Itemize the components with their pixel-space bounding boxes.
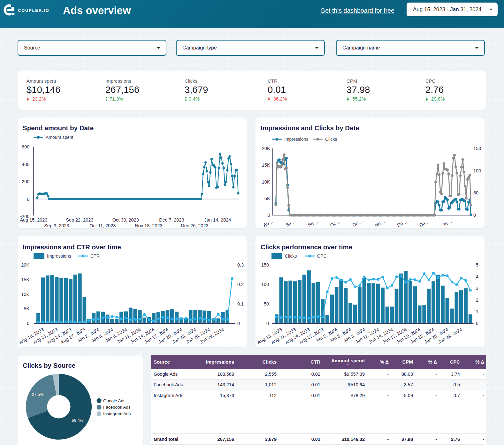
svg-text:Se…: Se… bbox=[285, 219, 296, 228]
svg-text:1: 1 bbox=[476, 309, 478, 314]
svg-text:27.5%: 27.5% bbox=[32, 392, 44, 397]
svg-text:Nov 18, 2023: Nov 18, 2023 bbox=[135, 223, 162, 228]
svg-text:400: 400 bbox=[22, 162, 29, 167]
svg-text:0.2: 0.2 bbox=[237, 282, 244, 287]
svg-text:20K: 20K bbox=[21, 262, 29, 268]
svg-text:5K: 5K bbox=[24, 306, 29, 311]
svg-text:Clicks: Clicks bbox=[325, 137, 337, 142]
svg-text:20K: 20K bbox=[262, 146, 270, 151]
svg-text:200: 200 bbox=[22, 179, 29, 184]
svg-text:Jan 14, 2024: Jan 14, 2024 bbox=[204, 217, 231, 222]
svg-text:0: 0 bbox=[473, 213, 476, 218]
svg-text:No…: No… bbox=[374, 219, 386, 228]
svg-text:5K: 5K bbox=[264, 196, 270, 201]
svg-text:100: 100 bbox=[261, 282, 269, 287]
svg-text:0.3: 0.3 bbox=[237, 262, 244, 268]
svg-text:5: 5 bbox=[476, 262, 478, 268]
svg-text:Facebook Ads: Facebook Ads bbox=[103, 405, 131, 410]
svg-text:0: 0 bbox=[237, 321, 240, 326]
svg-text:Impressions: Impressions bbox=[47, 253, 71, 259]
svg-text:50: 50 bbox=[473, 190, 478, 195]
svg-text:0: 0 bbox=[268, 213, 270, 218]
svg-text:Amount spent: Amount spent bbox=[46, 135, 73, 140]
svg-text:3: 3 bbox=[476, 286, 478, 291]
svg-text:Dec 7, 2023: Dec 7, 2023 bbox=[159, 217, 184, 222]
svg-text:De…: De… bbox=[419, 219, 431, 228]
svg-text:CPC: CPC bbox=[317, 253, 327, 259]
svg-text:Aug 15, 2023: Aug 15, 2023 bbox=[20, 217, 47, 222]
svg-text:CTR: CTR bbox=[90, 253, 100, 259]
svg-text:0.1: 0.1 bbox=[237, 301, 244, 306]
svg-text:150: 150 bbox=[261, 262, 269, 268]
svg-text:Dec 26, 2023: Dec 26, 2023 bbox=[181, 223, 208, 228]
svg-text:Oc…: Oc… bbox=[352, 219, 363, 228]
svg-text:Clicks performance over time: Clicks performance over time bbox=[261, 243, 352, 251]
svg-text:4: 4 bbox=[476, 274, 478, 279]
svg-text:0: 0 bbox=[266, 321, 269, 326]
svg-text:Oct 11, 2023: Oct 11, 2023 bbox=[89, 223, 116, 228]
svg-text:0: 0 bbox=[27, 321, 29, 326]
svg-text:Au…: Au… bbox=[263, 219, 274, 228]
svg-text:0: 0 bbox=[27, 197, 29, 202]
svg-text:Oc…: Oc… bbox=[329, 219, 341, 228]
svg-text:Impressions and CTR over time: Impressions and CTR over time bbox=[23, 243, 121, 251]
svg-text:15K: 15K bbox=[262, 162, 270, 168]
svg-text:69.4%: 69.4% bbox=[72, 418, 84, 423]
svg-text:Impressions: Impressions bbox=[284, 137, 308, 142]
svg-text:10K: 10K bbox=[262, 179, 270, 185]
svg-text:Sep 3, 2023: Sep 3, 2023 bbox=[44, 223, 69, 228]
svg-text:Se…: Se… bbox=[307, 219, 319, 228]
svg-text:15K: 15K bbox=[21, 277, 29, 282]
svg-text:150: 150 bbox=[473, 146, 481, 151]
svg-text:0: 0 bbox=[476, 321, 478, 326]
svg-text:50: 50 bbox=[264, 301, 269, 306]
svg-text:Clicks: Clicks bbox=[285, 253, 297, 259]
svg-text:Oct 30, 2023: Oct 30, 2023 bbox=[112, 217, 139, 222]
svg-text:Google Ads: Google Ads bbox=[103, 398, 126, 403]
svg-text:Spend amount by Date: Spend amount by Date bbox=[23, 124, 94, 132]
svg-text:10K: 10K bbox=[21, 292, 29, 297]
svg-text:Sep 22, 2023: Sep 22, 2023 bbox=[66, 217, 93, 222]
svg-text:2: 2 bbox=[476, 298, 478, 303]
svg-text:Impressions and Clicks by Date: Impressions and Clicks by Date bbox=[261, 124, 359, 132]
svg-text:Ja…: Ja… bbox=[442, 219, 453, 227]
svg-text:100: 100 bbox=[473, 168, 481, 173]
svg-text:600: 600 bbox=[22, 144, 29, 149]
svg-text:Clicks by Source: Clicks by Source bbox=[23, 362, 75, 369]
svg-text:De…: De… bbox=[396, 219, 408, 228]
svg-text:Instagram Ads: Instagram Ads bbox=[103, 411, 131, 416]
